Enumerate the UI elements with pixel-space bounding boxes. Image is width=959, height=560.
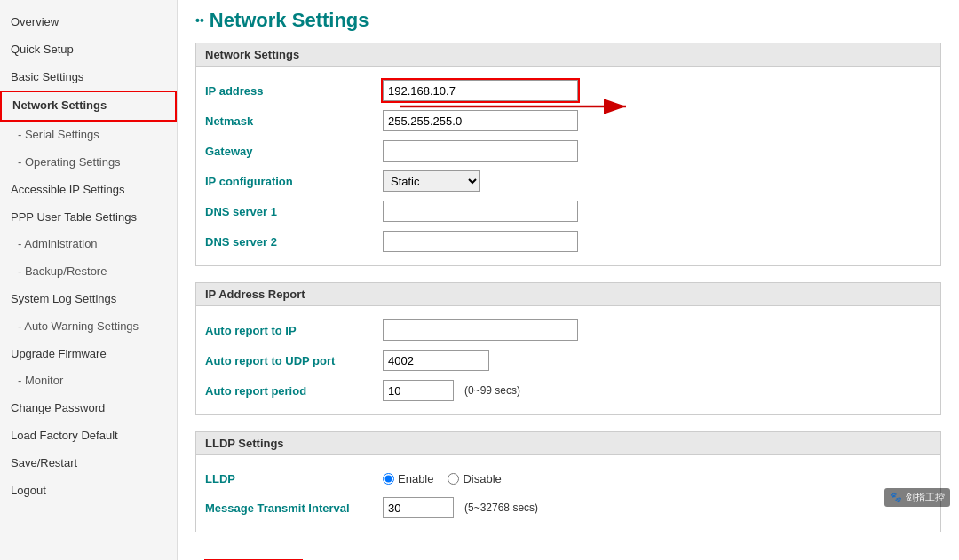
sidebar: OverviewQuick SetupBasic SettingsNetwork… bbox=[0, 0, 178, 560]
msg-transmit-hint: (5~32768 secs) bbox=[464, 501, 538, 514]
auto-report-udp-control bbox=[383, 350, 489, 371]
submit-area: Submit bbox=[195, 548, 941, 560]
sidebar-item-basic-settings[interactable]: Basic Settings bbox=[0, 64, 177, 91]
network-settings-header: Network Settings bbox=[196, 43, 940, 67]
lldp-settings-section: LLDP Settings LLDP Enable Disable bbox=[195, 431, 941, 532]
auto-report-udp-label: Auto report to UDP port bbox=[205, 354, 383, 367]
sidebar-item-system-log[interactable]: System Log Settings bbox=[0, 286, 177, 313]
sidebar-item-change-password[interactable]: Change Password bbox=[0, 395, 177, 422]
dns1-label: DNS server 1 bbox=[205, 205, 383, 218]
auto-report-period-label: Auto report period bbox=[205, 384, 383, 398]
auto-report-ip-row: Auto report to IP bbox=[196, 315, 940, 345]
ip-config-row: IP configuration Static DHCP bbox=[196, 166, 940, 196]
sidebar-item-backup-restore[interactable]: - Backup/Restore bbox=[0, 258, 177, 286]
netmask-input[interactable] bbox=[383, 110, 578, 131]
msg-transmit-control: (5~32768 secs) bbox=[383, 497, 538, 518]
dns2-label: DNS server 2 bbox=[205, 235, 383, 248]
ip-config-select[interactable]: Static DHCP bbox=[383, 170, 480, 192]
gateway-label: Gateway bbox=[205, 145, 383, 158]
netmask-row: Netmask bbox=[196, 106, 940, 136]
gateway-control bbox=[383, 140, 578, 162]
auto-report-ip-input[interactable] bbox=[383, 319, 578, 341]
gateway-input[interactable] bbox=[383, 140, 578, 162]
dns1-input[interactable] bbox=[383, 201, 578, 222]
sidebar-item-load-factory[interactable]: Load Factory Default bbox=[0, 422, 177, 450]
lldp-label: LLDP bbox=[205, 472, 383, 485]
network-settings-body: IP address Netmask Gateway IP configurat… bbox=[196, 67, 940, 265]
page-title: Network Settings bbox=[195, 9, 941, 32]
msg-transmit-input[interactable] bbox=[383, 497, 454, 518]
sidebar-item-monitor[interactable]: - Monitor bbox=[0, 367, 177, 395]
lldp-settings-body: LLDP Enable Disable Message bbox=[196, 455, 940, 532]
auto-report-udp-row: Auto report to UDP port bbox=[196, 345, 940, 375]
auto-report-period-hint: (0~99 secs) bbox=[464, 384, 520, 397]
ip-address-input[interactable] bbox=[383, 80, 578, 101]
sidebar-item-operating-settings[interactable]: - Operating Settings bbox=[0, 149, 177, 177]
netmask-control bbox=[383, 110, 578, 131]
auto-report-ip-label: Auto report to IP bbox=[205, 324, 383, 337]
main-content: Network Settings Network Settings IP add… bbox=[178, 0, 959, 560]
lldp-disable-label[interactable]: Disable bbox=[448, 472, 501, 485]
watermark-icon: 🐾 bbox=[890, 492, 902, 503]
auto-report-period-control: (0~99 secs) bbox=[383, 380, 520, 401]
ip-address-report-header: IP Address Report bbox=[196, 283, 940, 306]
network-settings-section: Network Settings IP address Netmask Gate… bbox=[195, 43, 941, 266]
msg-transmit-row: Message Transmit Interval (5~32768 secs) bbox=[196, 493, 940, 523]
dns1-control bbox=[383, 201, 578, 222]
ip-config-label: IP configuration bbox=[205, 175, 383, 188]
dns2-control bbox=[383, 231, 578, 252]
lldp-enable-radio[interactable] bbox=[383, 473, 394, 485]
auto-report-ip-control bbox=[383, 319, 578, 341]
watermark-text: 剑指工控 bbox=[906, 491, 945, 504]
sidebar-item-save-restart[interactable]: Save/Restart bbox=[0, 450, 177, 477]
dns2-row: DNS server 2 bbox=[196, 226, 940, 256]
lldp-enable-label[interactable]: Enable bbox=[383, 472, 433, 485]
lldp-enable-text: Enable bbox=[398, 472, 433, 485]
lldp-disable-radio[interactable] bbox=[448, 473, 459, 485]
sidebar-item-administration[interactable]: - Administration bbox=[0, 231, 177, 258]
ip-address-control bbox=[383, 80, 578, 101]
dns2-input[interactable] bbox=[383, 231, 578, 252]
ip-address-label: IP address bbox=[205, 84, 383, 98]
sidebar-item-network-settings[interactable]: Network Settings bbox=[0, 91, 177, 122]
sidebar-item-ppp-user-table[interactable]: PPP User Table Settings bbox=[0, 204, 177, 232]
sidebar-item-auto-warning[interactable]: - Auto Warning Settings bbox=[0, 313, 177, 341]
sidebar-item-overview[interactable]: Overview bbox=[0, 9, 177, 36]
ip-address-report-body: Auto report to IP Auto report to UDP por… bbox=[196, 306, 940, 414]
watermark: 🐾 剑指工控 bbox=[884, 488, 950, 507]
sidebar-item-quick-setup[interactable]: Quick Setup bbox=[0, 36, 177, 64]
auto-report-period-input[interactable] bbox=[383, 380, 454, 401]
ip-address-report-section: IP Address Report Auto report to IP Auto… bbox=[195, 282, 941, 415]
auto-report-period-row: Auto report period (0~99 secs) bbox=[196, 375, 940, 406]
dns1-row: DNS server 1 bbox=[196, 196, 940, 226]
lldp-disable-text: Disable bbox=[463, 472, 501, 485]
auto-report-udp-input[interactable] bbox=[383, 350, 489, 371]
lldp-settings-header: LLDP Settings bbox=[196, 432, 940, 455]
sidebar-item-upgrade-firmware[interactable]: Upgrade Firmware bbox=[0, 341, 177, 368]
sidebar-item-accessible-ip[interactable]: Accessible IP Settings bbox=[0, 177, 177, 204]
gateway-row: Gateway bbox=[196, 136, 940, 166]
netmask-label: Netmask bbox=[205, 114, 383, 128]
lldp-row: LLDP Enable Disable bbox=[196, 464, 940, 493]
ip-config-control: Static DHCP bbox=[383, 170, 480, 192]
sidebar-item-logout[interactable]: Logout bbox=[0, 477, 177, 505]
ip-address-row: IP address bbox=[196, 75, 940, 106]
msg-transmit-label: Message Transmit Interval bbox=[205, 501, 383, 515]
lldp-control: Enable Disable bbox=[383, 472, 502, 485]
lldp-radio-group: Enable Disable bbox=[383, 472, 502, 485]
sidebar-item-serial-settings[interactable]: - Serial Settings bbox=[0, 122, 177, 149]
page-title-text: Network Settings bbox=[210, 9, 369, 32]
